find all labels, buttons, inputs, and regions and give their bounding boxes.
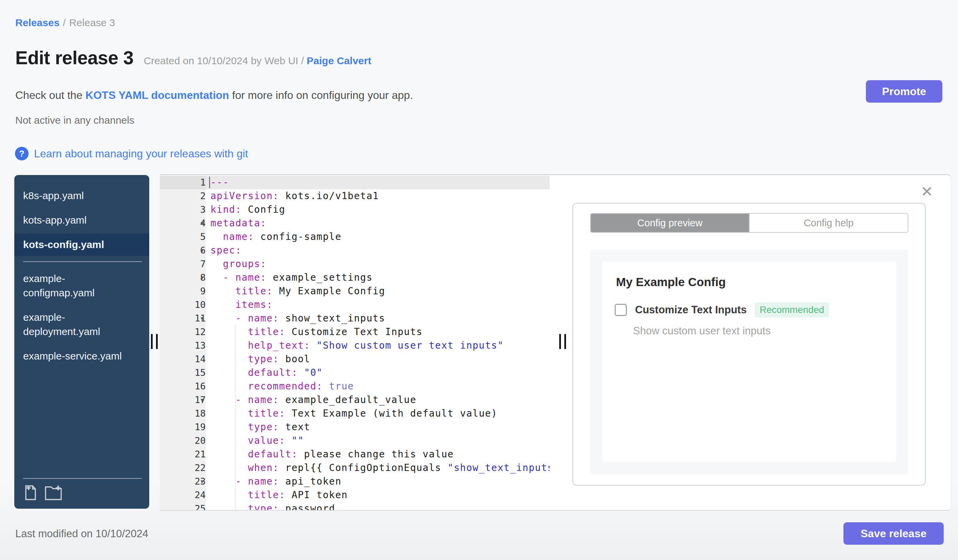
customize-text-inputs-checkbox[interactable]: [615, 304, 627, 316]
code-text: - name: example_default_value: [206, 393, 416, 407]
file-item-example-configmap-yaml[interactable]: example-configmap.yaml: [14, 267, 149, 304]
line-number: 14: [174, 353, 206, 366]
code-line[interactable]: 4▼metadata:: [160, 217, 550, 230]
code-line[interactable]: 11▼ - name: show_text_inputs: [160, 312, 550, 325]
gutter-cell: 11▼: [160, 312, 206, 325]
fold-arrow-icon[interactable]: ▼: [201, 475, 204, 488]
gutter-cell: 14: [160, 353, 206, 366]
code-editor[interactable]: 1---2apiVersion: kots.io/v1beta13kind: C…: [160, 175, 550, 510]
code-line[interactable]: 10 items:: [160, 298, 550, 312]
line-number: 1: [174, 176, 206, 189]
code-text: items:: [206, 298, 273, 312]
gutter-cell: 24: [160, 488, 206, 502]
code-text: type: password: [206, 502, 335, 510]
code-line[interactable]: 14 type: bool: [160, 353, 550, 366]
fold-arrow-icon[interactable]: ▼: [201, 217, 204, 230]
code-text: apiVersion: kots.io/v1beta1: [206, 189, 379, 203]
gutter-cell: 18: [160, 407, 206, 420]
code-text: - name: show_text_inputs: [206, 312, 385, 325]
file-item-example-service-yaml[interactable]: example-service.yaml: [14, 345, 149, 367]
save-release-button[interactable]: Save release: [844, 522, 944, 545]
close-icon[interactable]: ✕: [918, 184, 935, 199]
code-line[interactable]: 6▼spec:: [160, 244, 550, 257]
resize-bar: [559, 334, 561, 349]
created-text: Created on 10/10/2024 by Web UI /: [144, 55, 304, 66]
code-line[interactable]: 23▼ - name: api_token: [160, 475, 550, 488]
fold-arrow-icon[interactable]: ▼: [201, 312, 204, 325]
code-line[interactable]: 8▼ - name: example_settings: [160, 271, 550, 285]
tab-config-help[interactable]: Config help: [749, 214, 908, 232]
fold-arrow-icon[interactable]: ▼: [201, 244, 204, 257]
sidebar-resize-handle[interactable]: [151, 334, 158, 349]
code-line[interactable]: 2apiVersion: kots.io/v1beta1: [160, 189, 550, 203]
code-text: groups:: [206, 257, 266, 271]
breadcrumb-current: Release 3: [69, 17, 115, 28]
code-line[interactable]: 24 title: API token: [160, 488, 550, 502]
code-text: when: repl{{ ConfigOptionEquals "show_te…: [206, 461, 550, 475]
preview-card: Config previewConfig help My Example Con…: [573, 203, 926, 486]
line-number: 20: [174, 434, 206, 448]
code-line[interactable]: 12 title: Customize Text Inputs: [160, 325, 550, 339]
code-line[interactable]: 9 title: My Example Config: [160, 285, 550, 298]
gutter-cell: 9: [160, 285, 206, 298]
code-line[interactable]: 25 type: password: [160, 502, 550, 510]
code-line[interactable]: 21 default: please change this value: [160, 448, 550, 461]
gutter-cell: 10: [160, 298, 206, 312]
code-line[interactable]: 19 type: text: [160, 420, 550, 434]
promote-button[interactable]: Promote: [866, 80, 942, 103]
line-number: 15: [174, 366, 206, 380]
gutter-cell: 6▼: [160, 244, 206, 257]
line-number: 22: [174, 461, 206, 475]
code-text: spec:: [206, 244, 242, 257]
fold-arrow-icon[interactable]: ▼: [201, 393, 204, 407]
line-number: 19: [174, 420, 206, 434]
code-text: help_text: "Show custom user text inputs…: [206, 339, 504, 353]
add-folder-icon[interactable]: [44, 485, 63, 502]
code-line[interactable]: 16 recommended: true: [160, 380, 550, 393]
tab-config-preview[interactable]: Config preview: [591, 214, 749, 232]
code-line[interactable]: 15 default: "0": [160, 366, 550, 380]
author-link[interactable]: Paige Calvert: [307, 55, 371, 66]
doc-hint-before: Check out the: [15, 89, 85, 101]
workspace: 1---2apiVersion: kots.io/v1beta13kind: C…: [160, 174, 951, 511]
add-file-icon[interactable]: [23, 485, 37, 502]
kots-yaml-doc-link[interactable]: KOTS YAML documentation: [85, 89, 229, 101]
code-line[interactable]: 17▼ - name: example_default_value: [160, 393, 550, 407]
line-number: 13: [174, 339, 206, 353]
code-line[interactable]: 5 name: config-sample: [160, 230, 550, 244]
line-number: 16: [174, 380, 206, 393]
code-lines: 1---2apiVersion: kots.io/v1beta13kind: C…: [160, 176, 550, 510]
file-item-k8s-app-yaml[interactable]: k8s-app.yaml: [14, 185, 149, 207]
code-text: name: config-sample: [206, 230, 342, 244]
code-line[interactable]: 1---: [160, 176, 550, 189]
gutter-cell: 15: [160, 366, 206, 380]
line-number: 2: [174, 189, 206, 203]
indent-guide: [235, 325, 236, 510]
config-preview-pane: ✕ Config previewConfig help My Example C…: [550, 175, 951, 510]
code-line[interactable]: 13 help_text: "Show custom user text inp…: [160, 339, 550, 353]
file-sidebar: k8s-app.yamlkots-app.yamlkots-config.yam…: [14, 175, 149, 509]
gutter-cell: 1: [160, 176, 206, 189]
code-line[interactable]: 20 value: "": [160, 434, 550, 448]
line-number: 5: [174, 230, 206, 244]
code-line[interactable]: 22 when: repl{{ ConfigOptionEquals "show…: [160, 461, 550, 475]
code-line[interactable]: 18 title: Text Example (with default val…: [160, 407, 550, 420]
line-number: 10: [174, 298, 206, 312]
preview-resize-handle[interactable]: [559, 334, 566, 349]
fold-arrow-icon[interactable]: ▼: [201, 271, 204, 285]
line-number: 21: [174, 448, 206, 461]
config-group-title: My Example Config: [616, 275, 726, 289]
file-list-divider: [23, 261, 142, 262]
breadcrumb-releases-link[interactable]: Releases: [15, 17, 59, 28]
code-text: default: please change this value: [206, 448, 454, 461]
code-line[interactable]: 3kind: Config: [160, 203, 550, 217]
code-text: default: "0": [206, 366, 323, 380]
page: Releases/Release 3 Edit release 3 Create…: [0, 0, 958, 560]
line-number: 24: [174, 488, 206, 502]
git-releases-link[interactable]: Learn about managing your releases with …: [34, 147, 248, 160]
file-item-kots-config-yaml[interactable]: kots-config.yaml: [14, 233, 149, 256]
file-item-example-deployment-yaml[interactable]: example-deployment.yaml: [14, 306, 149, 343]
code-text: metadata:: [206, 217, 266, 230]
file-item-kots-app-yaml[interactable]: kots-app.yaml: [14, 209, 149, 231]
code-line[interactable]: 7 groups:: [160, 257, 550, 271]
